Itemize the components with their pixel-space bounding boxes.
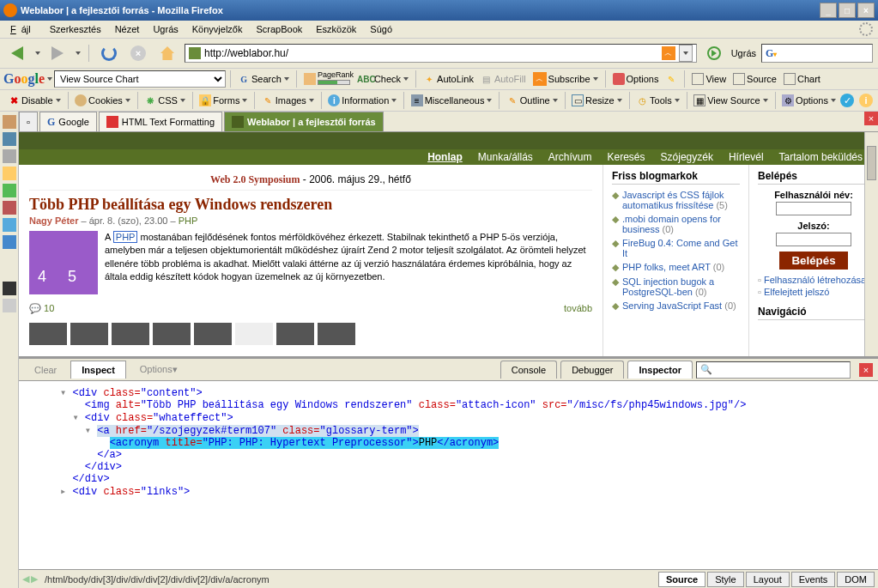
cookies-menu[interactable]: Cookies	[72, 94, 133, 107]
webdev-options-menu[interactable]: ⚙Options	[779, 94, 839, 107]
nav-munka[interactable]: Munka/állás	[473, 151, 538, 163]
google-options-button[interactable]: Options	[610, 72, 662, 86]
url-input[interactable]	[204, 47, 662, 59]
blogmark-link[interactable]: Javascript és CSS fájlok automatikus fri…	[622, 190, 724, 210]
menu-file[interactable]: Fájl	[5, 22, 41, 36]
thumb[interactable]	[276, 323, 314, 345]
reload-button[interactable]	[97, 41, 121, 65]
maximize-button[interactable]: □	[839, 3, 856, 18]
sidebar-icon-9[interactable]	[3, 282, 16, 295]
fb-layout-button[interactable]: Layout	[746, 572, 790, 587]
minimize-button[interactable]: _	[820, 3, 837, 18]
thumb[interactable]	[112, 323, 149, 345]
url-dropdown[interactable]	[679, 45, 693, 62]
blogmark-link[interactable]: PHP folks, meet ART	[622, 262, 711, 272]
new-tab-button[interactable]: ▫	[19, 112, 38, 131]
article-author[interactable]: Nagy Péter	[29, 215, 78, 226]
sidebar-icon-5[interactable]	[3, 184, 16, 197]
fb-options-button[interactable]: Options▾	[130, 361, 188, 379]
nav-honlap[interactable]: Honlap	[422, 151, 468, 163]
stop-button[interactable]: ×	[126, 41, 150, 65]
page-scrollbar[interactable]	[864, 132, 878, 356]
fb-clear-button[interactable]: Clear	[24, 361, 67, 379]
sidebar-icon-2[interactable]	[3, 132, 16, 146]
menu-edit[interactable]: Szerkesztés	[45, 22, 106, 36]
google-menu-dropdown[interactable]	[47, 77, 52, 81]
view-button[interactable]: View	[689, 72, 729, 86]
nav-bekuldes[interactable]: Tartalom beküldés	[774, 151, 868, 163]
thumb[interactable]	[318, 323, 355, 345]
fb-nav-back-icon[interactable]: ◀	[22, 573, 29, 585]
rss-icon[interactable]: ෴	[662, 46, 675, 60]
article-title[interactable]: Több PHP beállítása egy Windows rendszer…	[29, 196, 592, 214]
comments-link[interactable]: 💬 10	[29, 303, 54, 314]
forms-menu[interactable]: 🔒Forms	[197, 94, 250, 107]
spellcheck-button[interactable]: ABCCheck	[358, 72, 411, 86]
php-highlighted-term[interactable]: PHP	[113, 231, 138, 243]
autofill-button[interactable]: ▤AutoFill	[478, 72, 529, 86]
sidebar-icon-3[interactable]	[3, 149, 16, 163]
source-button[interactable]: Source	[730, 72, 779, 86]
fb-inspect-button[interactable]: Inspect	[70, 361, 126, 379]
symposium-title[interactable]: Web 2.0 Symposium	[210, 173, 300, 185]
sidebar-icon-7[interactable]	[3, 218, 16, 232]
menu-scrapbook[interactable]: ScrapBook	[251, 22, 307, 36]
fb-inspector-tab[interactable]: Inspector	[627, 361, 693, 379]
firebug-dom-tree[interactable]: ▾ <div class="content"> <img alt="Több P…	[19, 381, 878, 569]
thumb[interactable]	[153, 323, 191, 345]
fb-breadcrumb[interactable]: /html/body/div[3]/div/div/div[2]/div/div…	[39, 574, 657, 585]
google-search-select[interactable]: View Source Chart	[54, 70, 226, 88]
forward-dropdown[interactable]	[76, 52, 81, 55]
go-button[interactable]	[702, 41, 726, 65]
home-button[interactable]	[155, 41, 179, 65]
nav-kereses[interactable]: Keresés	[602, 151, 651, 163]
tab-google[interactable]: G Google	[39, 112, 97, 131]
forgot-password-link[interactable]: Elfelejtett jelszó	[758, 287, 869, 297]
close-button[interactable]: ×	[857, 3, 875, 18]
thumb[interactable]	[29, 323, 67, 345]
fb-source-button[interactable]: Source	[658, 572, 705, 587]
outline-menu[interactable]: ✎Outline	[504, 94, 560, 107]
fb-console-tab[interactable]: Console	[500, 361, 557, 379]
viewsource-menu[interactable]: ▦View Source	[691, 94, 771, 107]
sidebar-icon-10[interactable]	[3, 299, 16, 312]
css-menu[interactable]: ❋CSS	[142, 94, 188, 107]
nav-szojegyzek[interactable]: Szójegyzék	[656, 151, 718, 163]
disable-menu[interactable]: ✖Disable	[5, 94, 64, 107]
menu-help[interactable]: Súgó	[365, 22, 397, 36]
info-status-icon[interactable]: i	[859, 94, 873, 107]
sidebar-icon-6[interactable]	[3, 201, 16, 215]
subscribe-button[interactable]: ෴Subscribe	[530, 71, 601, 87]
back-button[interactable]	[5, 41, 29, 65]
thumb[interactable]	[194, 323, 232, 345]
menu-bookmarks[interactable]: Könyvjelzők	[187, 22, 248, 36]
fb-nav-fwd-icon[interactable]: ▶	[31, 573, 38, 585]
back-dropdown[interactable]	[35, 52, 40, 55]
menu-go[interactable]: Ugrás	[148, 22, 183, 36]
resize-menu[interactable]: ▭Resize	[569, 94, 625, 107]
images-menu[interactable]: ✎Images	[259, 94, 317, 107]
fb-search-input[interactable]: 🔍	[696, 361, 851, 379]
fb-close-button[interactable]: ×	[859, 363, 873, 377]
highlighter-button[interactable]: ✎	[663, 72, 680, 86]
search-bar[interactable]: G▾	[761, 44, 873, 63]
thumb[interactable]	[70, 323, 108, 345]
sidebar-icon-4[interactable]	[3, 167, 16, 180]
tab-html-formatting[interactable]: HTML Text Formatting	[99, 112, 222, 131]
article-category[interactable]: PHP	[179, 215, 198, 226]
autolink-button[interactable]: ✦AutoLink	[421, 72, 476, 86]
menu-tools[interactable]: Eszközök	[311, 22, 361, 36]
google-search-button[interactable]: GSearch	[235, 72, 292, 86]
check-icon[interactable]: ✓	[840, 94, 854, 107]
fb-debugger-tab[interactable]: Debugger	[560, 361, 624, 379]
tab-close-button[interactable]: ×	[864, 112, 878, 125]
tools-menu[interactable]: ◷Tools	[633, 94, 682, 107]
fb-events-button[interactable]: Events	[791, 572, 836, 587]
more-link[interactable]: tovább	[564, 303, 592, 314]
information-menu[interactable]: iInformation	[325, 94, 399, 107]
blogmark-link[interactable]: FireBug 0.4: Come and Get It	[622, 238, 738, 258]
misc-menu[interactable]: ≡Miscellaneous	[409, 94, 495, 107]
tab-weblabor[interactable]: Weblabor | a fejlesztői forrás	[224, 112, 384, 131]
blogmark-link[interactable]: Serving JavaScript Fast	[622, 300, 722, 311]
thumb[interactable]	[235, 323, 273, 345]
